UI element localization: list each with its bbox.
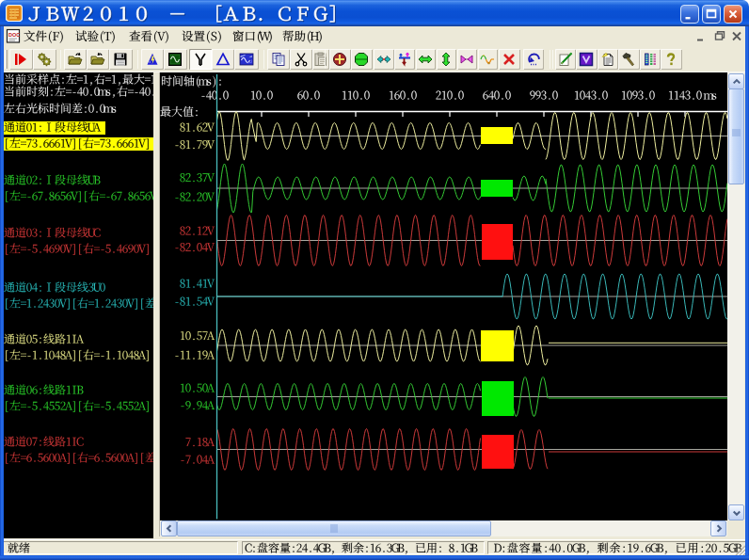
svg-text:DOC: DOC — [8, 32, 20, 38]
